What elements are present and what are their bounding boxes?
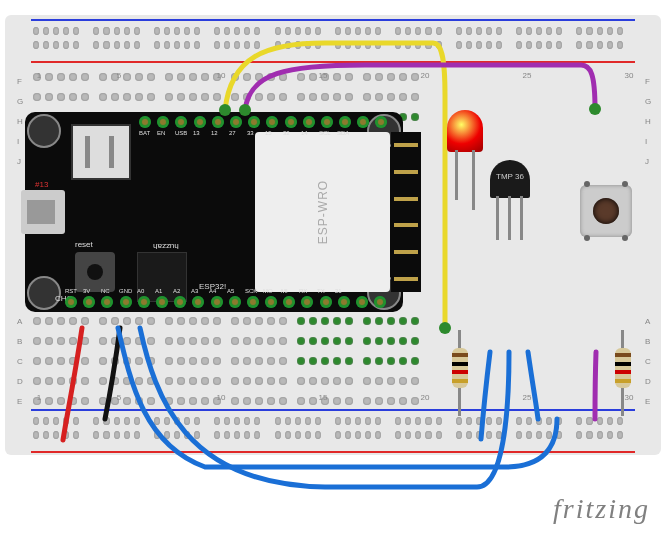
mcu-top-pins	[139, 116, 387, 128]
led-13-label: #13	[35, 180, 48, 189]
jst-connector-icon	[71, 124, 131, 180]
tmp36-sensor: TMP 36	[490, 160, 530, 198]
led-bulb-icon	[447, 110, 483, 152]
esp32-feather-board: reset #13 CHG huzzah ESP32! ESP-WRO BATE…	[25, 112, 403, 312]
resistor-1k-button	[617, 330, 629, 416]
huzzah-label: huzzah	[153, 242, 179, 251]
resistor-1k-led	[454, 330, 466, 416]
led-leg	[472, 150, 475, 210]
antenna-icon	[391, 132, 421, 292]
top-rail-row-2	[33, 41, 633, 49]
red-led	[447, 110, 483, 152]
micro-usb-icon	[21, 190, 65, 234]
reset-label: reset	[75, 240, 93, 249]
bot-rail-row-2	[33, 431, 633, 439]
fritzing-canvas: 115510101515202025253030FFGGHHIIJJAABBCC…	[0, 0, 666, 533]
rf-shield-icon: ESP-WRO	[255, 132, 390, 292]
bot-rail-row-1	[33, 417, 633, 425]
led-leg	[455, 150, 458, 200]
push-button[interactable]	[580, 185, 632, 237]
module-label: ESP-WRO	[316, 180, 330, 244]
tmp36-label: TMP 36	[490, 172, 530, 181]
tmp36-leg	[496, 196, 499, 240]
mount-hole-icon	[27, 276, 61, 310]
tmp36-leg	[508, 196, 511, 240]
qfn-chip-icon	[137, 252, 187, 302]
fritzing-logo: fritzing	[553, 493, 650, 525]
tmp36-leg	[520, 196, 523, 240]
to92-body-icon: TMP 36	[490, 160, 530, 198]
mcu-top-pin-labels: BATENUSB13122733153214SCLSDA	[139, 130, 351, 136]
mcu-bot-pins	[65, 296, 386, 308]
reset-button[interactable]	[75, 252, 115, 292]
top-rail-row-1	[33, 27, 633, 35]
top-neg-rail	[31, 19, 635, 21]
bottom-pos-rail	[31, 451, 635, 453]
bottom-power-rails	[5, 405, 661, 455]
mcu-bot-pin-labels: RST3VNCGNDA0A1A2A3A4A5SCKMOMIRXTX21	[65, 288, 349, 294]
bottom-neg-rail	[31, 409, 635, 411]
mount-hole-icon	[27, 114, 61, 148]
top-power-rails	[5, 15, 661, 65]
top-pos-rail	[31, 61, 635, 63]
